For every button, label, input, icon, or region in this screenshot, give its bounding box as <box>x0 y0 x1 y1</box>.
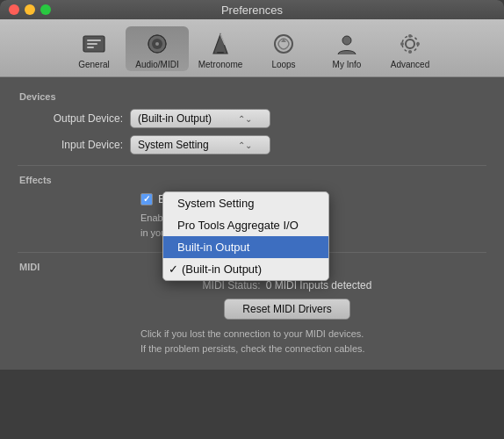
reset-btn-row: Reset MIDI Drivers <box>18 299 486 320</box>
svg-rect-2 <box>87 43 97 45</box>
input-device-label: Input Device: <box>18 139 123 151</box>
midi-status-row: MIDI Status: 0 MIDI Inputs detected <box>18 279 486 291</box>
output-device-dropdown[interactable]: (Built-in Output) ⌃⌄ <box>130 109 270 128</box>
midi-status-label: MIDI Status: <box>203 279 261 291</box>
toolbar-label-general: General <box>78 60 110 69</box>
output-device-value: (Built-in Output) <box>138 112 212 125</box>
input-device-row: Input Device: System Setting ⌃⌄ <box>18 135 486 155</box>
menu-item-pro-tools[interactable]: Pro Tools Aggregate I/O <box>163 214 328 236</box>
check-icon: ✓ <box>169 263 178 276</box>
midi-status-value: 0 MIDI Inputs detected <box>266 279 372 291</box>
svg-rect-10 <box>217 52 224 54</box>
advanced-icon <box>396 30 424 58</box>
minimize-button[interactable] <box>25 4 35 15</box>
toolbar-label-advanced: Advanced <box>391 60 429 69</box>
toolbar-label-metronome: Metronome <box>198 60 243 69</box>
toolbar-item-advanced[interactable]: Advanced <box>378 26 442 71</box>
svg-point-18 <box>400 42 404 46</box>
output-device-row: Output Device: (Built-in Output) ⌃⌄ <box>18 109 486 128</box>
devices-section-label: Devices <box>19 91 486 102</box>
toolbar-item-general[interactable]: General <box>62 26 126 71</box>
input-device-dropdown[interactable]: System Setting ⌃⌄ <box>130 135 270 155</box>
menu-item-built-in-output[interactable]: Built-in Output <box>163 236 328 258</box>
svg-point-16 <box>408 34 412 38</box>
menu-item-system-setting[interactable]: System Setting <box>163 192 328 214</box>
menu-item-built-in-output-checked[interactable]: ✓ (Built-in Output) <box>163 258 328 280</box>
my-info-icon <box>333 30 361 58</box>
toolbar-item-loops[interactable]: Loops <box>252 26 315 71</box>
svg-point-14 <box>406 40 414 48</box>
input-device-value: System Setting <box>138 139 209 151</box>
devices-section: Devices Output Device: (Built-in Output)… <box>18 91 486 155</box>
loops-icon <box>270 30 298 58</box>
input-dropdown-arrow: ⌃⌄ <box>238 140 252 150</box>
svg-point-13 <box>342 36 351 45</box>
enable-audio-units-checkbox[interactable]: ✓ <box>140 193 153 205</box>
midi-desc-line2: If the problem persists, check the conne… <box>140 343 365 354</box>
midi-description: Click if you lost the connection to your… <box>140 327 486 356</box>
toolbar-label-audio-midi: Audio/MIDI <box>135 60 178 69</box>
svg-point-19 <box>416 42 420 46</box>
menu-item-checked-label: (Built-in Output) <box>182 263 262 276</box>
effects-section-label: Effects <box>19 175 486 185</box>
output-device-menu: System Setting Pro Tools Aggregate I/O B… <box>162 191 329 281</box>
window-title: Preferences <box>221 4 283 17</box>
output-dropdown-arrow: ⌃⌄ <box>238 114 252 124</box>
svg-point-17 <box>408 50 412 54</box>
toolbar: General Audio/MIDI Metronome <box>0 19 504 77</box>
toolbar-item-audio-midi[interactable]: Audio/MIDI <box>126 26 189 71</box>
audio-midi-icon <box>143 30 171 58</box>
svg-rect-3 <box>87 47 94 48</box>
svg-rect-1 <box>87 40 101 41</box>
window-controls <box>9 4 51 15</box>
svg-point-15 <box>402 36 418 52</box>
reset-midi-drivers-button[interactable]: Reset MIDI Drivers <box>224 299 349 320</box>
toolbar-label-my-info: My Info <box>333 60 362 69</box>
toolbar-label-loops: Loops <box>271 60 295 69</box>
midi-desc-line1: Click if you lost the connection to your… <box>140 328 364 339</box>
svg-marker-8 <box>213 34 227 54</box>
content-area: Devices Output Device: (Built-in Output)… <box>0 77 504 370</box>
toolbar-item-metronome[interactable]: Metronome <box>189 26 252 71</box>
toolbar-item-my-info[interactable]: My Info <box>315 26 378 71</box>
svg-point-6 <box>155 42 159 46</box>
checkbox-check-icon: ✓ <box>143 194 150 204</box>
divider-1 <box>18 165 486 166</box>
svg-point-11 <box>275 35 292 53</box>
output-device-label: Output Device: <box>18 112 123 125</box>
general-icon <box>80 30 108 58</box>
metronome-icon <box>206 30 234 58</box>
close-button[interactable] <box>9 4 19 15</box>
title-bar: Preferences <box>0 0 504 19</box>
maximize-button[interactable] <box>40 4 51 15</box>
